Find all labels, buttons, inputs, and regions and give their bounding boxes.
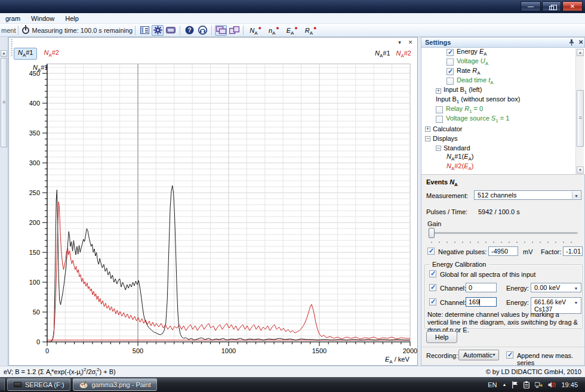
channel1-input[interactable]: 0 [466, 283, 497, 292]
pin-icon[interactable] [568, 39, 575, 46]
scroll-up-icon[interactable]: ▲ [577, 49, 584, 56]
help-button[interactable]: Help [426, 331, 457, 343]
tree-checkbox[interactable] [447, 58, 454, 66]
language-indicator[interactable]: EN [488, 381, 497, 388]
tree-checkbox[interactable] [447, 49, 454, 56]
global-checkbox[interactable] [429, 270, 436, 277]
expand-plus-icon[interactable]: + [425, 126, 430, 132]
negative-pulses-input[interactable]: -4950 [488, 246, 518, 256]
strip-up-button[interactable]: ▲ [1, 50, 7, 57]
chart-close-button[interactable]: ✕ [406, 38, 415, 47]
collapsed-panel-strip: ▲ [0, 37, 8, 366]
toolbar-partial-text: ment [1, 27, 16, 34]
quantity-button-2[interactable]: EA● [284, 25, 300, 36]
channel1-checkbox[interactable] [429, 284, 436, 291]
taskbar-edge-button[interactable] [0, 378, 5, 391]
scroll-down-icon[interactable]: ▼ [577, 166, 584, 174]
tree-item[interactable]: NA#2(EA) [421, 162, 585, 172]
quantity-button-3[interactable]: RA● [303, 25, 319, 36]
tree-checkbox[interactable] [447, 78, 454, 85]
gain-slider-track[interactable] [429, 232, 578, 234]
tree-item-label: Displays [433, 135, 458, 142]
collapse-minus-icon[interactable]: − [436, 146, 441, 151]
action-center-flag-icon[interactable] [512, 381, 518, 388]
show-hidden-icons-icon[interactable]: ▲ [503, 382, 507, 387]
tree-checkbox[interactable] [436, 116, 443, 123]
tree-scrollbar[interactable]: ▲ ▼ [575, 48, 584, 174]
table-view-button[interactable] [138, 25, 150, 36]
tile-windows-icon [216, 26, 226, 34]
toolbar-separator [18, 26, 19, 35]
tree-item[interactable]: Rate RA [421, 67, 585, 76]
taskbar-button-paint[interactable]: gamma3.png - Paint [73, 378, 157, 391]
tab-na2[interactable]: NA#2 [39, 48, 63, 59]
tree-checkbox[interactable] [447, 68, 454, 75]
clipboard-icon[interactable] [524, 381, 529, 388]
display-button[interactable] [165, 25, 177, 36]
drive-icon [14, 382, 21, 387]
energy1-label: Energy: [506, 285, 529, 292]
quantity-button-1[interactable]: nA● [266, 25, 282, 36]
toolbar-separator [243, 26, 244, 35]
channel2-label: Channel: [440, 299, 466, 306]
tree-item[interactable]: Dead time tA [421, 76, 585, 86]
tile-windows-button[interactable] [215, 25, 227, 36]
chart-collapse-button[interactable]: ▾ [395, 38, 404, 47]
recording-label: Recording: [426, 352, 458, 359]
tree-item[interactable]: NA#1(EA) [421, 153, 585, 162]
channel2-value: 169 [469, 298, 479, 305]
tree-checkbox[interactable] [436, 106, 443, 113]
tree-item[interactable]: Input B1 (without sensor box) [421, 95, 585, 105]
toolbar: ment Measuring time: 100.0 s remaining [0, 24, 585, 37]
tree-item[interactable]: Relay R1 = 0 [421, 105, 585, 115]
negative-pulses-checkbox[interactable] [427, 248, 435, 255]
tree-item[interactable]: Energy EA [421, 48, 585, 57]
tab-na1[interactable]: NA#1 [14, 48, 37, 59]
collapse-minus-icon[interactable]: − [425, 136, 430, 141]
x-tick-label: 500 [133, 347, 143, 354]
scroll-thumb[interactable] [577, 90, 584, 147]
quantity-button-0[interactable]: NA● [247, 25, 264, 36]
spectrum-plot[interactable]: 0501001502002503003504004500500100015002… [9, 61, 418, 360]
tree-item-label: Calculator [433, 125, 463, 132]
network-icon[interactable] [535, 381, 543, 388]
taskbar-button-explorer[interactable]: SEREGA (F:) [7, 378, 70, 391]
cascade-windows-button[interactable] [228, 25, 240, 36]
factor-input[interactable]: -1.01 [563, 246, 583, 256]
menu-diagram[interactable]: gram [0, 14, 26, 23]
tree-item[interactable]: Voltage source S1 = 1 [421, 115, 585, 124]
minimize-button[interactable]: — [521, 1, 541, 11]
tree-item[interactable]: −Standard [421, 143, 585, 153]
channel2-input[interactable]: 169 [466, 297, 497, 307]
tree-item-label: NA#2(EA) [447, 162, 473, 171]
tree-item[interactable]: Voltage UA [421, 57, 585, 67]
settings-gear-button[interactable] [152, 25, 164, 36]
settings-close-icon[interactable]: ✕ [578, 39, 584, 45]
expand-plus-icon[interactable]: + [436, 88, 441, 94]
tree-item[interactable]: +Input B1 (left) [421, 86, 585, 95]
tree-item-label: Standard [444, 144, 470, 152]
clock[interactable]: 19:45 [561, 381, 578, 388]
y-tick-label: 0 [36, 338, 40, 345]
recording-select[interactable]: Automatic ▼ [458, 350, 499, 360]
channel2-checkbox[interactable] [429, 298, 436, 305]
tree-item-label: Rate RA [457, 67, 481, 76]
restore-button[interactable] [542, 1, 561, 11]
tree-item[interactable]: +Calculator [421, 124, 585, 134]
volume-muted-icon[interactable] [548, 381, 556, 388]
help-button-toolbar[interactable]: ? [183, 25, 195, 36]
tree-item[interactable]: −Displays [421, 134, 585, 143]
close-button[interactable]: ✕ [562, 1, 583, 11]
menu-help[interactable]: Help [60, 14, 84, 23]
x-tick-label: 1000 [221, 347, 236, 354]
strip-scroll-thumb[interactable] [1, 58, 7, 147]
menu-window[interactable]: Window [26, 14, 60, 23]
drag-grip-icon[interactable] [11, 39, 13, 57]
gain-slider-thumb[interactable] [429, 228, 435, 238]
measurement-select[interactable]: 512 channels ▼ [474, 190, 581, 200]
audio-button[interactable] [196, 25, 208, 36]
append-checkbox[interactable] [506, 351, 513, 359]
legend-na2: NA#2 [396, 50, 411, 58]
energy1-select[interactable]: 0.00 keV ▼ [531, 283, 581, 292]
x-tick-label: 0 [45, 347, 49, 354]
